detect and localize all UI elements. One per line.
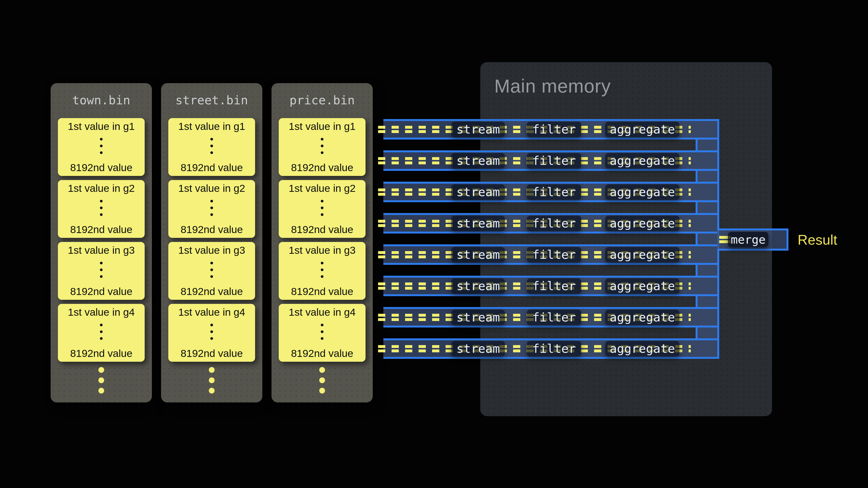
file-column-blocks: 1st value in g1 8192nd value 1st value i… — [58, 118, 145, 362]
stream-node: stream — [452, 122, 505, 137]
ellipsis-icon — [100, 262, 103, 278]
aggregate-node: aggregate — [605, 341, 679, 356]
column-ellipsis-icon — [209, 367, 215, 394]
file-column-street-bin: street.bin 1st value in g1 8192nd value … — [161, 83, 262, 402]
pipeline-spine-segment — [695, 202, 719, 213]
pipeline-row: stream filter aggregate — [383, 307, 719, 327]
filter-node: filter — [527, 153, 581, 168]
aggregate-label: aggregate — [610, 123, 675, 136]
ellipsis-icon — [321, 324, 323, 340]
pipeline-row: stream filter aggregate — [383, 338, 719, 359]
ellipsis-icon — [211, 138, 213, 154]
value-group-block: 1st value in g1 8192nd value — [279, 118, 366, 176]
group-last-value: 8192nd value — [279, 286, 366, 297]
value-group-block: 1st value in g4 8192nd value — [168, 304, 255, 362]
pipeline-spine-segment — [695, 327, 719, 338]
stream-node: stream — [452, 247, 505, 262]
pipeline-spine-segment — [695, 139, 719, 151]
diagram-canvas: Main memory town.bin 1st value in g1 819… — [0, 0, 868, 488]
group-first-value: 1st value in g4 — [279, 306, 366, 318]
file-column-price-bin: price.bin 1st value in g1 8192nd value 1… — [272, 83, 373, 402]
filter-label: filter — [532, 217, 576, 230]
group-first-value: 1st value in g4 — [168, 306, 255, 318]
pipeline-row: stream filter aggregate — [383, 182, 719, 202]
stream-label: stream — [457, 185, 500, 199]
group-last-value: 8192nd value — [279, 224, 366, 235]
value-group-block: 1st value in g1 8192nd value — [58, 118, 145, 176]
file-column-title: street.bin — [161, 93, 262, 107]
group-last-value: 8192nd value — [168, 348, 255, 359]
group-first-value: 1st value in g2 — [168, 183, 255, 194]
group-first-value: 1st value in g3 — [168, 245, 255, 256]
pipeline-row: stream filter aggregate — [383, 151, 719, 171]
value-group-block: 1st value in g2 8192nd value — [279, 180, 366, 238]
stream-node: stream — [452, 310, 505, 325]
column-ellipsis-icon — [98, 367, 104, 394]
merge-label: merge — [731, 233, 766, 246]
merge-node: merge — [728, 232, 768, 247]
group-last-value: 8192nd value — [58, 348, 145, 359]
filter-label: filter — [532, 154, 576, 168]
aggregate-node: aggregate — [605, 122, 679, 137]
value-group-block: 1st value in g2 8192nd value — [58, 180, 145, 238]
column-ellipsis-icon — [319, 367, 325, 394]
group-first-value: 1st value in g3 — [58, 245, 145, 256]
filter-label: filter — [532, 185, 576, 199]
pipeline-row: stream filter aggregate — [383, 245, 719, 265]
stream-label: stream — [457, 342, 500, 356]
group-last-value: 8192nd value — [168, 162, 255, 173]
aggregate-node: aggregate — [605, 216, 679, 231]
value-group-block: 1st value in g4 8192nd value — [58, 304, 145, 362]
value-group-block: 1st value in g2 8192nd value — [168, 180, 255, 238]
ellipsis-icon — [100, 324, 103, 340]
main-memory-title: Main memory — [494, 75, 611, 97]
filter-node: filter — [527, 184, 581, 200]
filter-node: filter — [527, 216, 581, 231]
pipeline-spine-segment — [695, 265, 719, 276]
filter-label: filter — [532, 123, 576, 136]
ellipsis-icon — [100, 200, 103, 216]
stream-label: stream — [457, 279, 500, 293]
stream-label: stream — [457, 154, 500, 168]
aggregate-label: aggregate — [610, 154, 675, 168]
group-first-value: 1st value in g3 — [279, 245, 366, 256]
ellipsis-icon — [321, 200, 323, 216]
group-first-value: 1st value in g4 — [58, 306, 145, 318]
pipeline-row: stream filter aggregate — [383, 276, 719, 296]
ellipsis-icon — [211, 324, 213, 340]
filter-node: filter — [527, 341, 581, 356]
file-column-town-bin: town.bin 1st value in g1 8192nd value 1s… — [51, 83, 152, 402]
stream-node: stream — [452, 184, 505, 200]
stream-node: stream — [452, 278, 505, 294]
pipeline-spine-segment — [695, 233, 719, 245]
aggregate-node: aggregate — [605, 310, 679, 325]
value-group-block: 1st value in g3 8192nd value — [58, 242, 145, 300]
aggregate-label: aggregate — [610, 311, 675, 324]
group-last-value: 8192nd value — [58, 224, 145, 235]
pipeline-row: stream filter aggregate — [383, 213, 719, 233]
ellipsis-icon — [321, 138, 323, 154]
aggregate-node: aggregate — [605, 278, 679, 294]
ellipsis-icon — [211, 200, 213, 216]
filter-label: filter — [532, 279, 576, 293]
aggregate-node: aggregate — [605, 184, 679, 200]
filter-label: filter — [532, 311, 576, 324]
pipeline-comb: stream filter aggregate stream filter ag… — [383, 119, 719, 359]
stream-node: stream — [452, 341, 505, 356]
stream-node: stream — [452, 216, 505, 231]
group-first-value: 1st value in g1 — [168, 121, 255, 132]
ellipsis-icon — [321, 262, 323, 278]
merge-band: merge — [717, 228, 788, 251]
group-last-value: 8192nd value — [279, 348, 366, 359]
stream-label: stream — [457, 217, 500, 230]
value-group-block: 1st value in g4 8192nd value — [279, 304, 366, 362]
result-label: Result — [798, 228, 837, 251]
filter-node: filter — [527, 122, 581, 137]
aggregate-node: aggregate — [605, 153, 679, 168]
ellipsis-icon — [211, 262, 213, 278]
group-first-value: 1st value in g1 — [58, 121, 145, 132]
aggregate-label: aggregate — [610, 279, 675, 293]
group-last-value: 8192nd value — [168, 224, 255, 235]
file-column-blocks: 1st value in g1 8192nd value 1st value i… — [279, 118, 366, 362]
aggregate-label: aggregate — [610, 248, 675, 262]
